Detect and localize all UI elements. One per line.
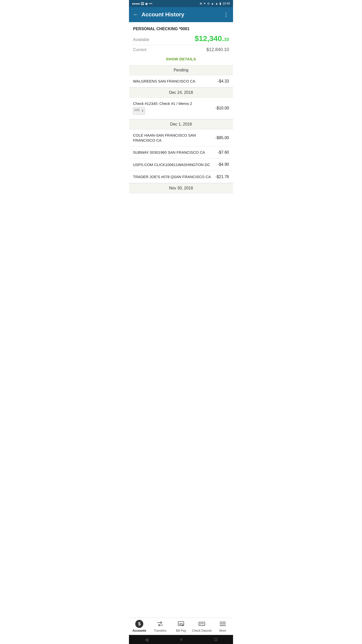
transaction-amount: -$4.33: [218, 79, 229, 84]
transaction-details: WALGREENS SAN FRANCISCO CA: [133, 79, 216, 84]
dots-icon: •••: [149, 2, 152, 6]
available-amount: $12,340.10: [195, 34, 229, 43]
table-row[interactable]: USPS.COM CLICK100611WASHINGTON DC -$4.90: [129, 159, 233, 171]
table-row[interactable]: TRADER JOE'S #078 QSAN FRANCISCO CA -$21…: [129, 171, 233, 183]
show-details-button[interactable]: SHOW DETAILS: [133, 54, 229, 63]
transaction-amount: -$85.00: [215, 136, 229, 140]
account-name: PERSONAL CHECKING *0001: [133, 27, 229, 31]
table-row[interactable]: WALGREENS SAN FRANCISCO CA -$4.33: [129, 75, 233, 88]
transaction-details: USPS.COM CLICK100611WASHINGTON DC: [133, 162, 216, 167]
dec24-section-header: Dec 24, 2018: [129, 88, 233, 98]
image-icon: 🖼: [141, 2, 144, 6]
pending-section-header: Pending: [129, 65, 233, 75]
available-balance-row: Available $12,340.10: [133, 34, 229, 43]
available-label: Available: [133, 37, 149, 42]
current-balance-row: Current $12,840.10: [133, 47, 229, 52]
transactions-list: Pending WALGREENS SAN FRANCISCO CA -$4.3…: [129, 65, 233, 193]
signal-icon: ●●●●: [132, 2, 140, 6]
nov30-section-header: Nov 30, 2018: [129, 183, 233, 193]
transaction-details: TRADER JOE'S #078 QSAN FRANCISCO CA: [133, 174, 213, 179]
transaction-name: Check #12345: Check #1 / Memo 2: [133, 101, 213, 106]
app-header: ← Account History ⋮: [129, 7, 233, 22]
transaction-name: SUBWAY 00301960 SAN FRANCISCO CA: [133, 150, 216, 155]
battery-icon: ▮: [219, 2, 221, 5]
transaction-name: TRADER JOE'S #078 QSAN FRANCISCO CA: [133, 174, 213, 179]
minus-circle-icon: ⊖: [207, 2, 210, 5]
status-right: ⊕ ✦ ⊖ ▲ ▲ ▮ 10:40: [200, 2, 230, 5]
transaction-details: Check #12345: Check #1 / Memo 2: [133, 101, 213, 116]
plus-circle-icon: ⊕: [200, 2, 202, 5]
table-row[interactable]: SUBWAY 00301960 SAN FRANCISCO CA -$7.60: [129, 146, 233, 159]
bluetooth-icon: ✦: [203, 2, 206, 5]
transaction-amount: -$21.76: [215, 175, 229, 179]
transaction-details: COLE HAAN-SAN FRANCISCO SAN FRANCISCO CA: [133, 133, 213, 143]
back-button[interactable]: ←: [133, 11, 139, 18]
more-menu-button[interactable]: ⋮: [223, 11, 229, 18]
transaction-amount: -$4.90: [218, 162, 229, 167]
circle-icon: ◉: [145, 2, 148, 6]
table-row[interactable]: COLE HAAN-SAN FRANCISCO SAN FRANCISCO CA…: [129, 129, 233, 146]
account-section: PERSONAL CHECKING *0001 Available $12,34…: [129, 22, 233, 65]
table-row[interactable]: Check #12345: Check #1 / Memo 2 -$10.00: [129, 98, 233, 119]
current-amount: $12,840.10: [206, 47, 229, 52]
status-bar: ●●●● 🖼 ◉ ••• ⊕ ✦ ⊖ ▲ ▲ ▮ 10:40: [129, 0, 233, 7]
transaction-name: WALGREENS SAN FRANCISCO CA: [133, 79, 216, 84]
main-content: PERSONAL CHECKING *0001 Available $12,34…: [129, 22, 233, 221]
balance-divider: [133, 45, 229, 45]
signal-bars-icon: ▲: [215, 2, 218, 5]
transaction-name: USPS.COM CLICK100611WASHINGTON DC: [133, 162, 216, 167]
wifi-icon: ▲: [211, 2, 214, 5]
time-display: 10:40: [222, 2, 230, 5]
current-label: Current: [133, 48, 146, 52]
check-image-icon: [133, 107, 145, 114]
status-left: ●●●● 🖼 ◉ •••: [132, 2, 152, 6]
transaction-details: SUBWAY 00301960 SAN FRANCISCO CA: [133, 150, 216, 155]
page-title: Account History: [142, 11, 223, 18]
transaction-amount: -$10.00: [215, 106, 229, 110]
dec1-section-header: Dec 1, 2018: [129, 119, 233, 129]
transaction-amount: -$7.60: [218, 150, 229, 155]
transaction-name: COLE HAAN-SAN FRANCISCO SAN FRANCISCO CA: [133, 133, 213, 143]
